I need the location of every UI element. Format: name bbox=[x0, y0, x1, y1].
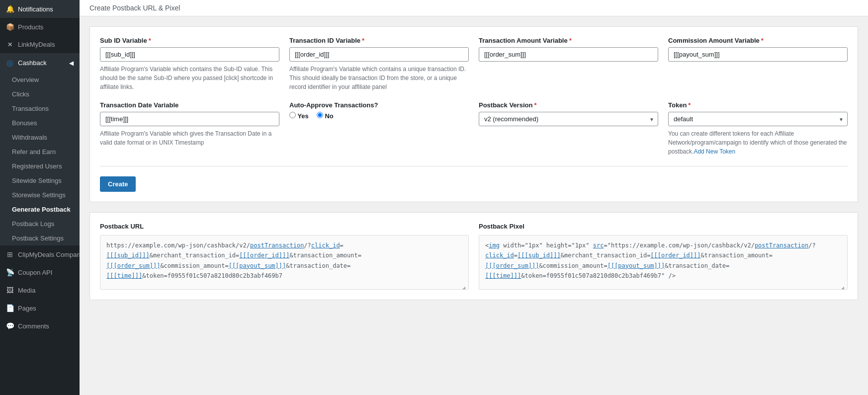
auto-approve-group: Auto-Approve Transactions? Yes No bbox=[289, 101, 469, 156]
content-area: Sub ID Variable* Affiliate Program's Var… bbox=[80, 16, 868, 320]
postback-url-text: https://example.com/wp-json/cashback/v2/… bbox=[106, 242, 361, 279]
sidebar-item-coupon-api[interactable]: 📡 Coupon API bbox=[0, 263, 80, 281]
transaction-amount-variable-input[interactable] bbox=[479, 47, 658, 62]
postback-settings-label: Postback Settings bbox=[12, 235, 64, 242]
transaction-id-variable-help: Affiliate Program's Variable which conta… bbox=[289, 65, 469, 91]
sidebar-sub-item-generate-postback[interactable]: Generate Postback bbox=[0, 202, 80, 217]
postback-url-output: https://example.com/wp-json/cashback/v2/… bbox=[100, 235, 469, 290]
sidebar: 🔔 Notifications 📦 Products ✕ LinkMyDeals… bbox=[0, 0, 80, 395]
postback-url-title: Postback URL bbox=[100, 223, 469, 230]
transaction-amount-variable-label: Transaction Amount Variable* bbox=[479, 37, 658, 44]
sidebar-sub-item-storewise-settings[interactable]: Storewise Settings bbox=[0, 188, 80, 202]
sidebar-item-linkmydeals[interactable]: ✕ LinkMyDeals bbox=[0, 36, 80, 53]
pixel-resize-handle[interactable]: ◢ bbox=[841, 283, 846, 288]
pages-icon: 📄 bbox=[6, 304, 14, 312]
transaction-amount-variable-group: Transaction Amount Variable* bbox=[479, 37, 658, 91]
sidebar-item-clipmydeals[interactable]: ⊞ ClipMyDeals Comparison bbox=[0, 245, 80, 263]
coupon-api-icon: 📡 bbox=[6, 268, 14, 276]
sidebar-label-cashback: Cashback bbox=[18, 59, 47, 67]
auto-approve-radio-group: Yes No bbox=[289, 112, 469, 123]
postback-version-group: Postback Version* v2 (recommended) v1 bbox=[479, 101, 658, 156]
transaction-id-variable-label: Transaction ID Variable* bbox=[289, 37, 469, 44]
transactions-label: Transactions bbox=[12, 105, 49, 112]
bonuses-label: Bonuses bbox=[12, 119, 37, 127]
postback-pixel-text: <img width="1px" height="1px" src="https… bbox=[485, 242, 816, 279]
commission-amount-variable-group: Commission Amount Variable* bbox=[668, 37, 848, 91]
auto-approve-yes-option[interactable]: Yes bbox=[289, 112, 309, 120]
comments-icon: 💬 bbox=[6, 322, 14, 330]
pages-label: Pages bbox=[18, 305, 36, 312]
url-resize-handle[interactable]: ◢ bbox=[462, 283, 467, 288]
sidebar-item-media[interactable]: 🖼 Media bbox=[0, 281, 80, 299]
overview-label: Overview bbox=[12, 76, 39, 83]
token-help: You can create different tokens for each… bbox=[668, 129, 848, 156]
sidebar-item-pages[interactable]: 📄 Pages bbox=[0, 299, 80, 317]
comments-label: Comments bbox=[18, 322, 49, 330]
auto-approve-no-option[interactable]: No bbox=[317, 112, 334, 120]
sidebar-sub-item-sitewide-settings[interactable]: Sitewide Settings bbox=[0, 173, 80, 188]
transaction-date-variable-group: Transaction Date Variable Affiliate Prog… bbox=[100, 101, 279, 156]
clipmydeals-label: ClipMyDeals Comparison bbox=[18, 251, 80, 258]
refer-earn-label: Refer and Earn bbox=[12, 148, 56, 156]
postback-version-select-wrapper: v2 (recommended) v1 bbox=[479, 112, 658, 126]
clicks-label: Clicks bbox=[12, 90, 29, 98]
sidebar-label-notifications: Notifications bbox=[18, 5, 53, 13]
postback-version-label: Postback Version* bbox=[479, 101, 658, 109]
withdrawals-label: Withdrawals bbox=[12, 134, 47, 141]
cashback-icon: ◎ bbox=[6, 58, 14, 68]
sidebar-sub-item-overview[interactable]: Overview bbox=[0, 73, 80, 87]
sub-id-variable-input[interactable] bbox=[100, 47, 279, 62]
sidebar-item-comments[interactable]: 💬 Comments bbox=[0, 317, 80, 335]
main-content: Create Postback URL & Pixel Sub ID Varia… bbox=[80, 0, 868, 395]
transaction-id-variable-group: Transaction ID Variable* Affiliate Progr… bbox=[289, 37, 469, 91]
sidebar-sub-item-registered-users[interactable]: Registered Users bbox=[0, 159, 80, 173]
transaction-date-variable-input[interactable] bbox=[100, 112, 279, 126]
generate-postback-label: Generate Postback bbox=[12, 206, 71, 213]
postback-logs-label: Postback Logs bbox=[12, 220, 54, 228]
token-label: Token* bbox=[668, 101, 848, 109]
sidebar-label-linkmydeals: LinkMyDeals bbox=[18, 41, 55, 48]
form-divider bbox=[100, 166, 848, 166]
commission-amount-variable-input[interactable] bbox=[668, 47, 848, 62]
transaction-id-variable-input[interactable] bbox=[289, 47, 469, 62]
sitewide-settings-label: Sitewide Settings bbox=[12, 177, 62, 184]
token-select[interactable]: default bbox=[668, 112, 848, 126]
postback-grid: Postback URL https://example.com/wp-json… bbox=[100, 223, 848, 290]
page-header: Create Postback URL & Pixel bbox=[80, 0, 868, 16]
sidebar-sub-item-refer-earn[interactable]: Refer and Earn bbox=[0, 145, 80, 159]
notifications-icon: 🔔 bbox=[6, 5, 14, 13]
sidebar-sub-item-bonuses[interactable]: Bonuses bbox=[0, 116, 80, 130]
clipmydeals-icon: ⊞ bbox=[6, 250, 14, 258]
cashback-submenu: Overview Clicks Transactions Bonuses Wit… bbox=[0, 73, 80, 245]
sidebar-item-cashback[interactable]: ◎ Cashback ◀ bbox=[0, 53, 80, 73]
postback-pixel-output: <img width="1px" height="1px" src="https… bbox=[479, 235, 848, 290]
coupon-api-label: Coupon API bbox=[18, 269, 52, 276]
products-icon: 📦 bbox=[6, 23, 14, 31]
sidebar-item-products[interactable]: 📦 Products bbox=[0, 18, 80, 36]
postback-url-section: Postback URL https://example.com/wp-json… bbox=[100, 223, 469, 290]
postback-version-select[interactable]: v2 (recommended) v1 bbox=[479, 112, 658, 126]
postback-pixel-section: Postback Pixel <img width="1px" height="… bbox=[479, 223, 848, 290]
transaction-date-variable-label: Transaction Date Variable bbox=[100, 101, 279, 109]
form-row-1: Sub ID Variable* Affiliate Program's Var… bbox=[100, 37, 848, 91]
token-group: Token* default You can create different … bbox=[668, 101, 848, 156]
auto-approve-label: Auto-Approve Transactions? bbox=[289, 101, 469, 109]
sidebar-item-notifications[interactable]: 🔔 Notifications bbox=[0, 0, 80, 18]
postback-pixel-title: Postback Pixel bbox=[479, 223, 848, 230]
auto-approve-no-radio[interactable] bbox=[317, 112, 323, 118]
cashback-expand-icon: ◀ bbox=[69, 60, 74, 67]
sidebar-sub-item-transactions[interactable]: Transactions bbox=[0, 101, 80, 116]
create-button[interactable]: Create bbox=[100, 176, 136, 192]
sidebar-sub-item-postback-logs[interactable]: Postback Logs bbox=[0, 217, 80, 231]
sidebar-sub-item-clicks[interactable]: Clicks bbox=[0, 87, 80, 101]
storewise-settings-label: Storewise Settings bbox=[12, 191, 66, 199]
registered-users-label: Registered Users bbox=[12, 162, 62, 170]
add-new-token-link[interactable]: Add New Token bbox=[694, 148, 735, 155]
auto-approve-no-label: No bbox=[325, 112, 333, 120]
sidebar-sub-item-postback-settings[interactable]: Postback Settings bbox=[0, 231, 80, 245]
sidebar-sub-item-withdrawals[interactable]: Withdrawals bbox=[0, 130, 80, 145]
auto-approve-yes-radio[interactable] bbox=[289, 112, 296, 118]
page-title: Create Postback URL & Pixel bbox=[89, 4, 180, 12]
sub-id-variable-help: Affiliate Program's Variable which conta… bbox=[100, 65, 279, 91]
auto-approve-yes-label: Yes bbox=[297, 112, 308, 120]
